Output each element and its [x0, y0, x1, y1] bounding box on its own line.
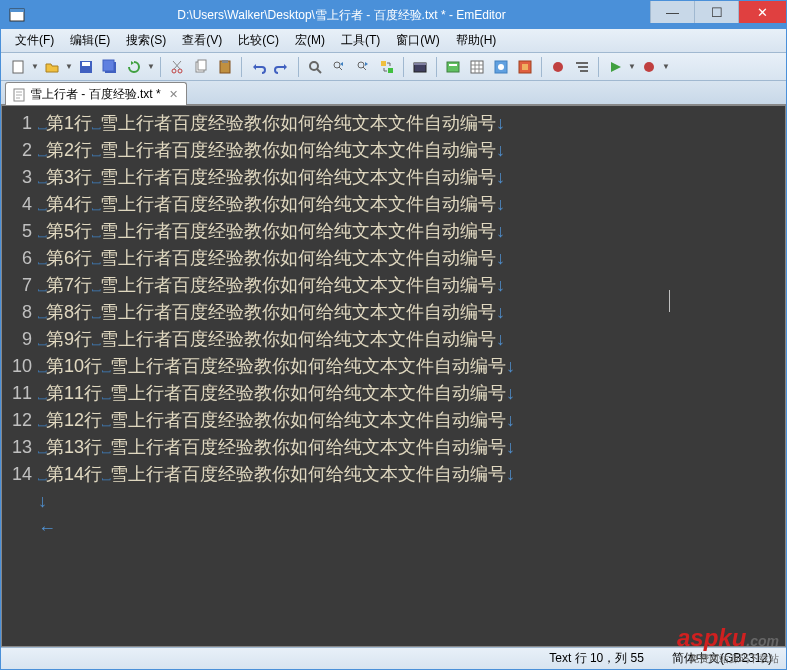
macro-dropdown-icon[interactable]: ▼: [628, 62, 636, 71]
separator: [541, 57, 542, 77]
text-line[interactable]: ⎵第4行⎵雪上行者百度经验教你如何给纯文本文件自动编号↓: [38, 191, 785, 218]
text-line[interactable]: ⎵第13行⎵雪上行者百度经验教你如何给纯文本文件自动编号↓: [38, 434, 785, 461]
text-line[interactable]: ⎵第8行⎵雪上行者百度经验教你如何给纯文本文件自动编号↓: [38, 299, 785, 326]
separator: [598, 57, 599, 77]
separator: [403, 57, 404, 77]
record-dropdown-icon[interactable]: ▼: [662, 62, 670, 71]
menu-edit[interactable]: 编辑(E): [64, 30, 116, 51]
save-icon[interactable]: [75, 56, 97, 78]
status-position: Text 行 10，列 55: [543, 650, 650, 667]
svg-point-8: [178, 69, 182, 73]
svg-rect-1: [10, 9, 24, 12]
text-line[interactable]: ⎵第6行⎵雪上行者百度经验教你如何给纯文本文件自动编号↓: [38, 245, 785, 272]
editor-content[interactable]: ⎵第1行⎵雪上行者百度经验教你如何给纯文本文件自动编号↓⎵第2行⎵雪上行者百度经…: [38, 106, 785, 542]
external-tool-icon[interactable]: [409, 56, 431, 78]
cut-icon[interactable]: [166, 56, 188, 78]
statusbar: Text 行 10，列 55 简体中文(GB2312): [1, 647, 786, 669]
text-line[interactable]: ⎵第2行⎵雪上行者百度经验教你如何给纯文本文件自动编号↓: [38, 137, 785, 164]
line-number: 1: [2, 110, 38, 137]
find-icon[interactable]: [304, 56, 326, 78]
document-tab[interactable]: 雪上行者 - 百度经验.txt * ✕: [5, 82, 187, 105]
menu-help[interactable]: 帮助(H): [450, 30, 503, 51]
project-icon[interactable]: [442, 56, 464, 78]
config-icon[interactable]: [490, 56, 512, 78]
macro-record-icon[interactable]: [638, 56, 660, 78]
line-number: 4: [2, 191, 38, 218]
tab-close-icon[interactable]: ✕: [169, 88, 178, 101]
menu-search[interactable]: 搜索(S): [120, 30, 172, 51]
find-prev-icon[interactable]: [328, 56, 350, 78]
maximize-button[interactable]: ☐: [694, 1, 738, 23]
menu-window[interactable]: 窗口(W): [390, 30, 445, 51]
bookmark-icon[interactable]: [547, 56, 569, 78]
svg-rect-26: [522, 64, 528, 70]
svg-rect-19: [414, 63, 426, 65]
text-line[interactable]: ⎵第3行⎵雪上行者百度经验教你如何给纯文本文件自动编号↓: [38, 164, 785, 191]
new-file-icon[interactable]: [7, 56, 29, 78]
open-file-icon[interactable]: [41, 56, 63, 78]
line-number: 7: [2, 272, 38, 299]
window-controls: — ☐ ✕: [650, 1, 786, 29]
menu-compare[interactable]: 比较(C): [232, 30, 285, 51]
outline-icon[interactable]: [571, 56, 593, 78]
tabbar: 雪上行者 - 百度经验.txt * ✕: [1, 81, 786, 105]
csv-icon[interactable]: [466, 56, 488, 78]
file-icon: [12, 88, 26, 102]
paste-icon[interactable]: [214, 56, 236, 78]
menu-view[interactable]: 查看(V): [176, 30, 228, 51]
menu-file[interactable]: 文件(F): [9, 30, 60, 51]
app-window: D:\Users\Walker\Desktop\雪上行者 - 百度经验.txt …: [0, 0, 787, 670]
minimize-button[interactable]: —: [650, 1, 694, 23]
svg-point-13: [310, 62, 318, 70]
redo-icon[interactable]: [271, 56, 293, 78]
replace-icon[interactable]: [376, 56, 398, 78]
line-number: 9: [2, 326, 38, 353]
text-line[interactable]: ⎵第7行⎵雪上行者百度经验教你如何给纯文本文件自动编号↓: [38, 272, 785, 299]
toolbar: ▼ ▼ ▼ ▼ ▼: [1, 53, 786, 81]
line-number: 3: [2, 164, 38, 191]
line-number: 12: [2, 407, 38, 434]
text-line[interactable]: ⎵第1行⎵雪上行者百度经验教你如何给纯文本文件自动编号↓: [38, 110, 785, 137]
text-line[interactable]: ←: [38, 515, 785, 542]
macro-play-icon[interactable]: [604, 56, 626, 78]
separator: [160, 57, 161, 77]
text-line[interactable]: ⎵第14行⎵雪上行者百度经验教你如何给纯文本文件自动编号↓: [38, 461, 785, 488]
text-line[interactable]: ⎵第12行⎵雪上行者百度经验教你如何给纯文本文件自动编号↓: [38, 407, 785, 434]
copy-icon[interactable]: [190, 56, 212, 78]
text-line[interactable]: ⎵第9行⎵雪上行者百度经验教你如何给纯文本文件自动编号↓: [38, 326, 785, 353]
text-line[interactable]: ⎵第5行⎵雪上行者百度经验教你如何给纯文本文件自动编号↓: [38, 218, 785, 245]
editor-area[interactable]: 1234567891011121314 ⎵第1行⎵雪上行者百度经验教你如何给纯文…: [1, 105, 786, 647]
line-number: 2: [2, 137, 38, 164]
reload-dropdown-icon[interactable]: ▼: [147, 62, 155, 71]
separator: [241, 57, 242, 77]
svg-point-24: [498, 64, 504, 70]
find-next-icon[interactable]: [352, 56, 374, 78]
menu-tools[interactable]: 工具(T): [335, 30, 386, 51]
line-number: 6: [2, 245, 38, 272]
line-number: 13: [2, 434, 38, 461]
svg-point-7: [172, 69, 176, 73]
text-line[interactable]: ⎵第11行⎵雪上行者百度经验教你如何给纯文本文件自动编号↓: [38, 380, 785, 407]
save-all-icon[interactable]: [99, 56, 121, 78]
plugin-icon[interactable]: [514, 56, 536, 78]
open-dropdown-icon[interactable]: ▼: [65, 62, 73, 71]
close-button[interactable]: ✕: [738, 1, 786, 23]
line-number-gutter: 1234567891011121314: [2, 106, 38, 542]
text-line[interactable]: ⎵第10行⎵雪上行者百度经验教你如何给纯文本文件自动编号↓: [38, 353, 785, 380]
line-number: 5: [2, 218, 38, 245]
new-dropdown-icon[interactable]: ▼: [31, 62, 39, 71]
separator: [436, 57, 437, 77]
undo-icon[interactable]: [247, 56, 269, 78]
svg-rect-12: [222, 60, 228, 63]
svg-point-27: [553, 62, 563, 72]
text-line[interactable]: ↓: [38, 488, 785, 515]
svg-rect-6: [103, 60, 114, 71]
line-number: 8: [2, 299, 38, 326]
titlebar[interactable]: D:\Users\Walker\Desktop\雪上行者 - 百度经验.txt …: [1, 1, 786, 29]
line-number: 14: [2, 461, 38, 488]
menu-macro[interactable]: 宏(M): [289, 30, 331, 51]
reload-icon[interactable]: [123, 56, 145, 78]
svg-rect-20: [447, 62, 459, 72]
line-number: 10: [2, 353, 38, 380]
svg-rect-16: [381, 61, 386, 66]
